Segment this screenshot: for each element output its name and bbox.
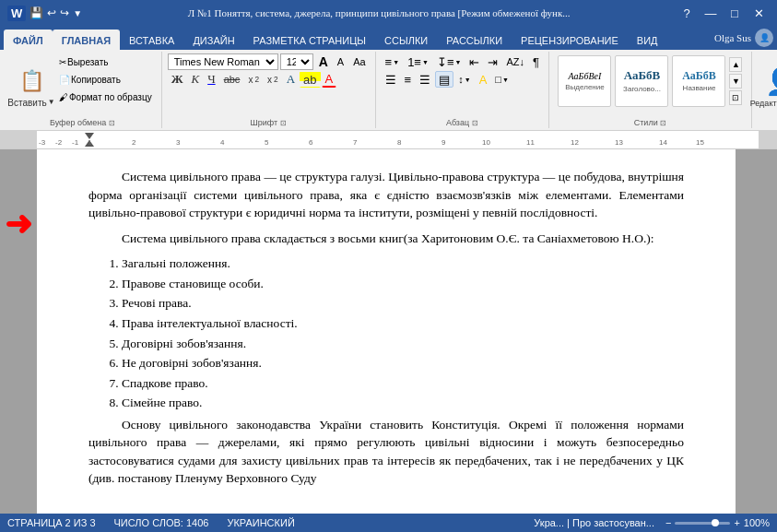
document-page[interactable]: Система цивільного права — це структура … xyxy=(37,149,736,514)
user-avatar: 👤 xyxy=(755,29,773,47)
list-buttons-row: ≡▼ 1≡▼ ↧≡▼ ⇤ ⇥ AZ↓ ¶ xyxy=(382,53,543,70)
clear-format-button[interactable]: Aa xyxy=(349,53,369,70)
tab-review[interactable]: РЕЦЕНЗИРОВАНИЕ xyxy=(512,30,628,50)
font-label: Шрифт ⊡ xyxy=(168,116,370,128)
quick-access-dropdown[interactable]: ▼ xyxy=(73,8,82,18)
undo-icon[interactable]: ↩ xyxy=(47,6,56,20)
bullet-list-button[interactable]: ≡▼ xyxy=(382,53,404,70)
page-info: СТРАНИЦА 2 ИЗ 3 xyxy=(7,517,96,528)
ruler-left-margin xyxy=(0,131,37,148)
align-right-button[interactable]: ☰ xyxy=(416,71,434,88)
styles-scroll-up[interactable]: ▲ xyxy=(729,57,742,72)
close-button[interactable]: ✕ xyxy=(748,4,770,22)
increase-indent-button[interactable]: ⇥ xyxy=(484,53,501,70)
font-color-button[interactable]: A xyxy=(322,71,337,88)
styles-area: АаБбВеI Выделение АаБбВ Заголово... АаБб… xyxy=(556,53,744,109)
format-painter-label: Формат по образцу xyxy=(69,92,152,102)
help-button[interactable]: ? xyxy=(676,4,698,22)
align-center-button[interactable]: ≡ xyxy=(401,71,416,88)
format-painter-button[interactable]: 🖌 Формат по образцу xyxy=(55,89,156,105)
zoom-level: 100% xyxy=(744,517,770,528)
sort-button[interactable]: AZ↓ xyxy=(502,53,528,70)
style-name-1: Выделение xyxy=(565,83,604,91)
font-name-select[interactable]: Times New Roman xyxy=(168,53,278,70)
font-content: Times New Roman 12 A A Aa Ж К Ч abc x2 x… xyxy=(168,52,370,116)
status-bar-right: Укра... | Про застосуван... − + 100% xyxy=(534,517,770,528)
multilevel-list-button[interactable]: ↧≡▼ xyxy=(433,53,465,70)
ruler-marks-area[interactable]: -3 -2 -1 1 2 3 4 5 6 7 8 9 10 11 12 13 1… xyxy=(37,131,759,148)
highlight-button[interactable]: ab xyxy=(300,71,320,88)
superscript-button[interactable]: x2 xyxy=(264,71,282,88)
text-effect-button[interactable]: A xyxy=(283,71,299,88)
show-marks-button[interactable]: ¶ xyxy=(529,53,543,70)
bold-button[interactable]: Ж xyxy=(168,71,187,88)
editing-content: 👤 Редактирование xyxy=(758,52,777,116)
line-spacing-button[interactable]: ↕▼ xyxy=(454,71,474,88)
align-justify-button[interactable]: ▤ xyxy=(435,71,453,88)
ruler-mark: 13 xyxy=(615,138,623,147)
shrink-font-button[interactable]: A xyxy=(334,53,347,70)
list-item: Правове становище особи. xyxy=(122,275,684,293)
decrease-indent-button[interactable]: ⇤ xyxy=(465,53,483,70)
italic-button[interactable]: К xyxy=(188,71,204,88)
font-expand-icon[interactable]: ⊡ xyxy=(280,119,287,127)
redo-icon[interactable]: ↪ xyxy=(60,6,69,20)
font-size-select[interactable]: 12 xyxy=(280,53,313,70)
ruler-mark: 10 xyxy=(482,138,490,147)
format-buttons-row: Ж К Ч abc x2 x2 A ab A xyxy=(168,71,370,88)
copy-button[interactable]: 📄 Копировать xyxy=(55,71,156,88)
strikethrough-button[interactable]: abc xyxy=(220,71,244,88)
zoom-thumb[interactable] xyxy=(712,519,719,526)
tab-insert[interactable]: ВСТАВКА xyxy=(120,30,183,50)
style-heading1[interactable]: АаБбВ Заголово... xyxy=(615,55,668,107)
paragraph-expand-icon[interactable]: ⊡ xyxy=(472,119,478,127)
paragraph-group: ≡▼ 1≡▼ ↧≡▼ ⇤ ⇥ AZ↓ ¶ ☰ ≡ ☰ ▤ ↕▼ A □▼ xyxy=(376,52,549,128)
styles-content: АаБбВеI Выделение АаБбВ Заголово... АаБб… xyxy=(556,52,744,116)
clipboard-expand-icon[interactable]: ⊡ xyxy=(109,119,115,127)
ruler-right-margin xyxy=(759,131,777,148)
underline-button[interactable]: Ч xyxy=(204,71,218,88)
title-bar: W 💾 ↩ ↪ ▼ Л №1 Поняття, система, джерела… xyxy=(0,0,777,26)
styles-expand[interactable]: ⊡ xyxy=(729,90,742,105)
paste-button[interactable]: 📋 Вставить ▼ xyxy=(9,53,53,111)
maximize-button[interactable]: □ xyxy=(724,4,746,22)
quick-save-icon[interactable]: 💾 xyxy=(29,6,43,20)
ruler-mark: 1 xyxy=(88,138,91,147)
annotation-arrow: ➜ xyxy=(5,205,32,243)
align-left-button[interactable]: ☰ xyxy=(382,71,400,88)
tab-view[interactable]: ВИД xyxy=(628,30,667,50)
grow-font-button[interactable]: A xyxy=(315,53,332,70)
paragraph-buttons: ≡▼ 1≡▼ ↧≡▼ ⇤ ⇥ AZ↓ ¶ ☰ ≡ ☰ ▤ ↕▼ A □▼ xyxy=(382,53,543,88)
style-name-2: Заголово... xyxy=(623,85,661,93)
tab-home[interactable]: ГЛАВНАЯ xyxy=(53,30,120,50)
ruler-mark: -1 xyxy=(72,138,78,147)
para-color-button[interactable]: A xyxy=(476,71,491,88)
word-count: ЧИСЛО СЛОВ: 1406 xyxy=(114,517,209,528)
ruler-mark: 5 xyxy=(265,138,268,147)
style-heading2[interactable]: АаБбВ Название xyxy=(672,55,725,107)
zoom-out-icon[interactable]: − xyxy=(665,517,671,528)
zoom-controls[interactable]: − + 100% xyxy=(665,517,770,528)
editing-label: Редактирование xyxy=(750,99,777,108)
clipboard-secondary: ✂ Вырезать 📄 Копировать 🖌 Формат по обра… xyxy=(55,53,156,105)
editing-button[interactable]: 👤 Редактирование xyxy=(758,53,777,111)
minimize-button[interactable]: — xyxy=(700,4,722,22)
zoom-in-icon[interactable]: + xyxy=(734,517,739,528)
styles-label: Стили ⊡ xyxy=(555,116,746,128)
tab-mailings[interactable]: РАССЫЛКИ xyxy=(437,30,512,50)
style-normal-italic[interactable]: АаБбВеI Выделение xyxy=(558,55,611,107)
tab-references[interactable]: ССЫЛКИ xyxy=(375,30,437,50)
cut-button[interactable]: ✂ Вырезать xyxy=(55,53,156,70)
zoom-track[interactable] xyxy=(675,522,730,525)
numbered-list-button[interactable]: 1≡▼ xyxy=(404,53,432,70)
tab-layout[interactable]: РАЗМЕТКА СТРАНИЦЫ xyxy=(244,30,375,50)
tab-file[interactable]: ФАЙЛ xyxy=(4,30,53,50)
left-margin-area: ➜ xyxy=(0,149,37,514)
styles-scroll-down[interactable]: ▼ xyxy=(729,74,742,89)
ruler-mark: -2 xyxy=(55,138,62,147)
tab-design[interactable]: ДИЗАЙН xyxy=(183,30,243,50)
borders-button[interactable]: □▼ xyxy=(491,71,512,88)
window-controls: ? — □ ✕ xyxy=(676,4,770,22)
styles-expand-icon[interactable]: ⊡ xyxy=(660,119,666,127)
subscript-button[interactable]: x2 xyxy=(244,71,263,88)
